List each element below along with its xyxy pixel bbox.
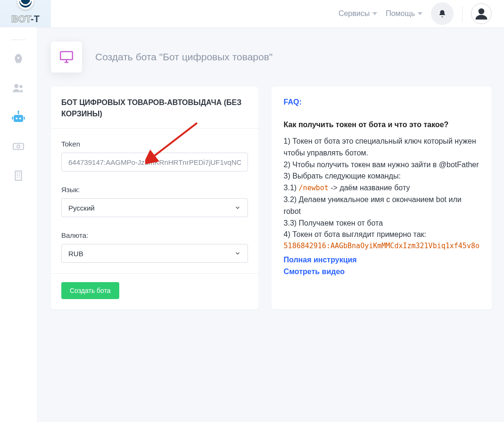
currency-field: Валюта: RUB xyxy=(61,231,248,263)
main-area: Создать бота "Бот цифровых товаров" БОТ … xyxy=(37,27,504,422)
logo-ball-icon xyxy=(17,0,33,9)
content-row: БОТ ЦИФРОВЫХ ТОВАРОВ-АВТОВЫДАЧА (БЕЗ КОР… xyxy=(37,87,504,328)
currency-label: Валюта: xyxy=(61,231,248,239)
brand-name-text: BOT xyxy=(11,14,31,24)
rail-item-bots[interactable] xyxy=(9,108,28,127)
faq-card: FAQ: Как получить токен от бота и что эт… xyxy=(272,87,492,309)
cash-icon xyxy=(12,140,25,153)
svg-rect-12 xyxy=(16,171,22,180)
create-bot-form-card: БОТ ЦИФРОВЫХ ТОВАРОВ-АВТОВЫДАЧА (БЕЗ КОР… xyxy=(51,87,258,309)
faq-line: 3.1) /newbot -> даём название боту xyxy=(284,182,479,194)
faq-full-instruction-link[interactable]: Полная инструкция xyxy=(284,254,479,266)
side-rail xyxy=(0,27,37,422)
chevron-down-icon xyxy=(234,250,241,257)
svg-rect-13 xyxy=(60,52,73,60)
svg-rect-3 xyxy=(14,115,23,122)
svg-point-1 xyxy=(14,84,18,88)
svg-point-5 xyxy=(19,118,21,120)
page-title: Создать бота "Бот цифровых товаров" xyxy=(95,51,273,63)
faq-body: 1) Токен от бота это специальный ключ ко… xyxy=(284,136,479,278)
faq-watch-video-link[interactable]: Смотреть видео xyxy=(284,266,479,278)
faq-text: 3.1) xyxy=(284,184,299,192)
robot-icon xyxy=(11,110,25,124)
language-select[interactable]: Русский xyxy=(61,198,248,217)
svg-point-11 xyxy=(17,145,20,148)
form-card-heading: БОТ ЦИФРОВЫХ ТОВАРОВ-АВТОВЫДАЧА (БЕЗ КОР… xyxy=(51,87,258,129)
faq-text: -> даём название боту xyxy=(329,184,410,192)
top-right: Сервисы Помощь xyxy=(339,0,504,27)
page-header: Создать бота "Бот цифровых товаров" xyxy=(37,27,504,87)
form-footer: Создать бота xyxy=(51,273,258,309)
monitor-icon xyxy=(58,49,74,65)
nav-help[interactable]: Помощь xyxy=(386,9,422,18)
faq-line: 3.3) Получаем токен от бота xyxy=(284,218,479,229)
faq-line: 3) Выбрать следующие команды: xyxy=(284,170,479,182)
chevron-down-icon xyxy=(418,12,422,15)
svg-rect-9 xyxy=(24,117,25,120)
currency-select[interactable]: RUB xyxy=(61,244,248,263)
nav-services[interactable]: Сервисы xyxy=(339,9,377,18)
language-field: Язык: Русский xyxy=(61,186,248,217)
faq-question: Как получить токен от бота и что это так… xyxy=(284,121,479,129)
bell-icon xyxy=(438,9,446,18)
token-field: Token xyxy=(61,140,248,171)
rail-item-payments[interactable] xyxy=(9,137,28,156)
building-icon xyxy=(12,170,25,182)
faq-token-example: 5186842916:AAGbBnaOyiKmMMCdxIzm321Vbiq1x… xyxy=(284,241,479,252)
faq-line: 3.2) Делаем уникальное имя с окончанием … xyxy=(284,194,479,218)
token-label: Token xyxy=(61,140,248,148)
brand-logo[interactable]: BOT-T xyxy=(0,0,51,27)
faq-line: 2) Чтобы получить токен вам нужно зайти … xyxy=(284,159,479,171)
chevron-down-icon xyxy=(372,12,377,15)
svg-rect-8 xyxy=(12,117,13,120)
faq-line: 1) Токен от бота это специальный ключ ко… xyxy=(284,136,479,159)
brand-name: BOT-T xyxy=(11,14,40,24)
rail-item-users[interactable] xyxy=(9,79,28,97)
nav-services-label: Сервисы xyxy=(339,9,370,18)
rail-item-rocket[interactable] xyxy=(9,49,28,68)
svg-point-2 xyxy=(19,85,22,89)
create-bot-button[interactable]: Создать бота xyxy=(61,282,119,299)
nav-help-label: Помощь xyxy=(386,9,415,18)
language-label: Язык: xyxy=(61,186,248,194)
person-icon xyxy=(474,7,488,21)
chevron-down-icon xyxy=(234,204,241,211)
rocket-icon xyxy=(12,53,25,65)
users-icon xyxy=(12,82,25,94)
faq-title: FAQ: xyxy=(284,98,479,106)
form-body: Token Язык: Русский Валюта: RUB xyxy=(51,129,258,273)
page-header-icon-box xyxy=(51,41,82,73)
faq-code: /newbot xyxy=(299,184,329,192)
svg-point-0 xyxy=(479,8,485,15)
user-avatar[interactable] xyxy=(471,3,492,24)
language-select-value: Русский xyxy=(68,204,95,212)
notifications-button[interactable] xyxy=(431,2,454,25)
token-input[interactable] xyxy=(61,153,248,171)
rail-item-company[interactable] xyxy=(9,166,28,185)
brand-suffix: -T xyxy=(31,14,40,24)
svg-point-7 xyxy=(17,111,19,113)
divider xyxy=(462,6,463,22)
faq-links: Полная инструкция Смотреть видео xyxy=(284,254,479,278)
svg-rect-10 xyxy=(13,144,24,150)
currency-select-value: RUB xyxy=(68,250,83,258)
rail-divider xyxy=(11,40,25,40)
svg-point-4 xyxy=(16,118,17,120)
top-bar: BOT-T Сервисы Помощь xyxy=(0,0,504,27)
faq-line: 4) Токен от бота выглядит примерно так: xyxy=(284,229,479,241)
